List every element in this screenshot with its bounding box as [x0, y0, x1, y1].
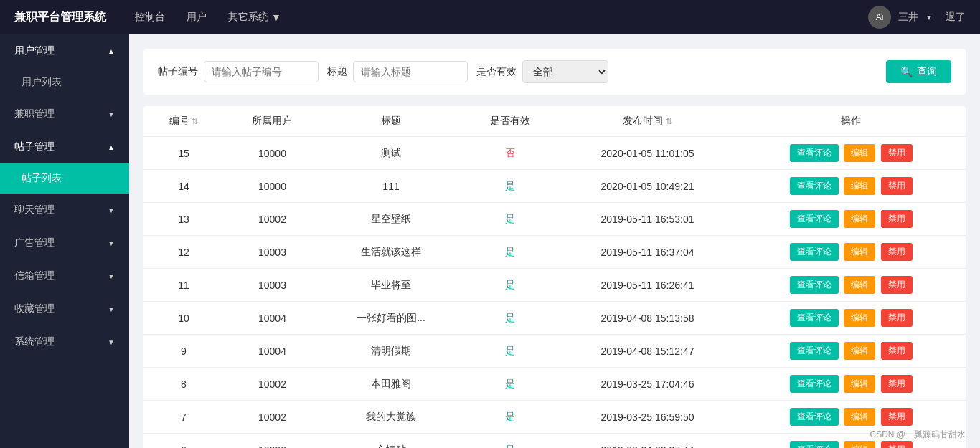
- cell-actions: 查看评论 编辑 禁用: [737, 236, 966, 269]
- post-id-input[interactable]: [204, 61, 319, 82]
- view-comments-button[interactable]: 查看评论: [790, 342, 839, 360]
- view-comments-button[interactable]: 查看评论: [790, 243, 839, 261]
- cell-time: 2019-05-11 16:53:01: [558, 203, 737, 236]
- layout: 用户管理 ▲ 用户列表 兼职管理 ▼ 帖子管理 ▲ 帖子列表: [0, 34, 980, 448]
- chevron-up-icon: ▲: [108, 143, 115, 151]
- sort-icon-time: ⇅: [666, 117, 672, 125]
- search-button[interactable]: 🔍 查询: [886, 60, 951, 83]
- sidebar-group-parttime: 兼职管理 ▼: [0, 97, 129, 130]
- search-field-post-id: 帖子编号: [158, 61, 319, 82]
- sidebar-item-user-list[interactable]: 用户列表: [0, 67, 129, 97]
- edit-button[interactable]: 编辑: [844, 276, 875, 294]
- nav-console[interactable]: 控制台: [135, 11, 165, 24]
- sidebar-group-mail: 信箱管理 ▼: [0, 259, 129, 292]
- edit-button[interactable]: 编辑: [844, 243, 875, 261]
- sidebar-group-header-collect[interactable]: 收藏管理 ▼: [0, 292, 129, 325]
- sidebar-group-header-user-management[interactable]: 用户管理 ▲: [0, 34, 129, 67]
- cell-time: 2020-01-05 10:49:21: [558, 170, 737, 203]
- disable-button[interactable]: 禁用: [881, 243, 913, 261]
- cell-id: 13: [143, 203, 224, 236]
- logout-button[interactable]: 退了: [946, 11, 966, 24]
- edit-button[interactable]: 编辑: [844, 375, 875, 393]
- sidebar: 用户管理 ▲ 用户列表 兼职管理 ▼ 帖子管理 ▲ 帖子列表: [0, 34, 129, 448]
- nav-user[interactable]: 用户: [187, 11, 207, 24]
- disable-button[interactable]: 禁用: [881, 309, 913, 327]
- cell-valid: 是: [461, 236, 558, 269]
- search-field-title: 标题: [327, 61, 468, 82]
- title-input[interactable]: [353, 61, 468, 82]
- cell-actions: 查看评论 编辑 禁用: [737, 170, 966, 203]
- table-row: 15 10000 测试 否 2020-01-05 11:01:05 查看评论 编…: [143, 137, 966, 170]
- view-comments-button[interactable]: 查看评论: [790, 144, 839, 162]
- sidebar-group-header-ad[interactable]: 广告管理 ▼: [0, 227, 129, 259]
- cell-title: 测试: [321, 137, 461, 170]
- cell-actions: 查看评论 编辑 禁用: [737, 335, 966, 368]
- disable-button[interactable]: 禁用: [881, 276, 913, 294]
- chevron-down-icon: ▼: [925, 14, 933, 22]
- cell-valid: 是: [461, 434, 558, 449]
- cell-id: 15: [143, 137, 224, 170]
- view-comments-button[interactable]: 查看评论: [790, 309, 839, 327]
- cell-title: 清明假期: [321, 335, 461, 368]
- sidebar-group-header-post[interactable]: 帖子管理 ▲: [0, 130, 129, 163]
- table-row: 12 10003 生活就该这样 是 2019-05-11 16:37:04 查看…: [143, 236, 966, 269]
- view-comments-button[interactable]: 查看评论: [790, 210, 839, 228]
- cell-time: 2020-01-05 11:01:05: [558, 137, 737, 170]
- view-comments-button[interactable]: 查看评论: [790, 441, 839, 448]
- sidebar-group-header-mail[interactable]: 信箱管理 ▼: [0, 259, 129, 292]
- table-row: 13 10002 星空壁纸 是 2019-05-11 16:53:01 查看评论…: [143, 203, 966, 236]
- edit-button[interactable]: 编辑: [844, 144, 875, 162]
- cell-title: 一张好看的图...: [321, 302, 461, 335]
- sidebar-group-header-chat[interactable]: 聊天管理 ▼: [0, 194, 129, 227]
- cell-id: 10: [143, 302, 224, 335]
- disable-button[interactable]: 禁用: [881, 408, 913, 426]
- col-title: 标题: [321, 106, 461, 137]
- disable-button[interactable]: 禁用: [881, 177, 913, 195]
- edit-button[interactable]: 编辑: [844, 177, 875, 195]
- view-comments-button[interactable]: 查看评论: [790, 276, 839, 294]
- col-id: 编号 ⇅: [143, 106, 224, 137]
- edit-button[interactable]: 编辑: [844, 342, 875, 360]
- cell-valid: 是: [461, 302, 558, 335]
- disable-button[interactable]: 禁用: [881, 441, 913, 448]
- disable-button[interactable]: 禁用: [881, 210, 913, 228]
- edit-button[interactable]: 编辑: [844, 408, 875, 426]
- table-row: 11 10003 毕业将至 是 2019-05-11 16:26:41 查看评论…: [143, 269, 966, 302]
- cell-time: 2019-04-08 15:12:47: [558, 335, 737, 368]
- cell-id: 7: [143, 401, 224, 434]
- chevron-down-icon: ▼: [108, 272, 115, 280]
- cell-id: 9: [143, 335, 224, 368]
- post-id-label: 帖子编号: [158, 65, 198, 78]
- nav-other[interactable]: 其它系统 ▼: [228, 11, 281, 24]
- user-area: Ai 三井 ▼ 退了: [868, 6, 966, 29]
- edit-button[interactable]: 编辑: [844, 309, 875, 327]
- chevron-down-icon: ▼: [108, 338, 115, 346]
- cell-valid: 是: [461, 269, 558, 302]
- cell-valid: 否: [461, 137, 558, 170]
- cell-actions: 查看评论 编辑 禁用: [737, 269, 966, 302]
- valid-select[interactable]: 全部 是 否: [522, 60, 608, 83]
- cell-user: 10004: [224, 335, 321, 368]
- top-nav: 兼职平台管理系统 控制台 用户 其它系统 ▼ Ai 三井 ▼ 退了: [0, 0, 980, 34]
- disable-button[interactable]: 禁用: [881, 342, 913, 360]
- disable-button[interactable]: 禁用: [881, 144, 913, 162]
- cell-valid: 是: [461, 170, 558, 203]
- cell-title: 心情贴: [321, 434, 461, 449]
- view-comments-button[interactable]: 查看评论: [790, 177, 839, 195]
- cell-id: 8: [143, 368, 224, 401]
- cell-time: 2019-04-08 15:13:58: [558, 302, 737, 335]
- view-comments-button[interactable]: 查看评论: [790, 375, 839, 393]
- sidebar-item-post-list[interactable]: 帖子列表: [0, 163, 129, 194]
- sidebar-group-header-system[interactable]: 系统管理 ▼: [0, 325, 129, 358]
- edit-button[interactable]: 编辑: [844, 210, 875, 228]
- cell-user: 10002: [224, 203, 321, 236]
- view-comments-button[interactable]: 查看评论: [790, 408, 839, 426]
- disable-button[interactable]: 禁用: [881, 375, 913, 393]
- sidebar-group-header-parttime[interactable]: 兼职管理 ▼: [0, 97, 129, 130]
- chevron-down-icon: ▼: [271, 11, 281, 23]
- cell-user: 10003: [224, 236, 321, 269]
- table-row: 9 10004 清明假期 是 2019-04-08 15:12:47 查看评论 …: [143, 335, 966, 368]
- edit-button[interactable]: 编辑: [844, 441, 875, 448]
- nav-items: 控制台 用户 其它系统 ▼: [135, 11, 868, 24]
- cell-time: 2019-03-25 17:04:46: [558, 368, 737, 401]
